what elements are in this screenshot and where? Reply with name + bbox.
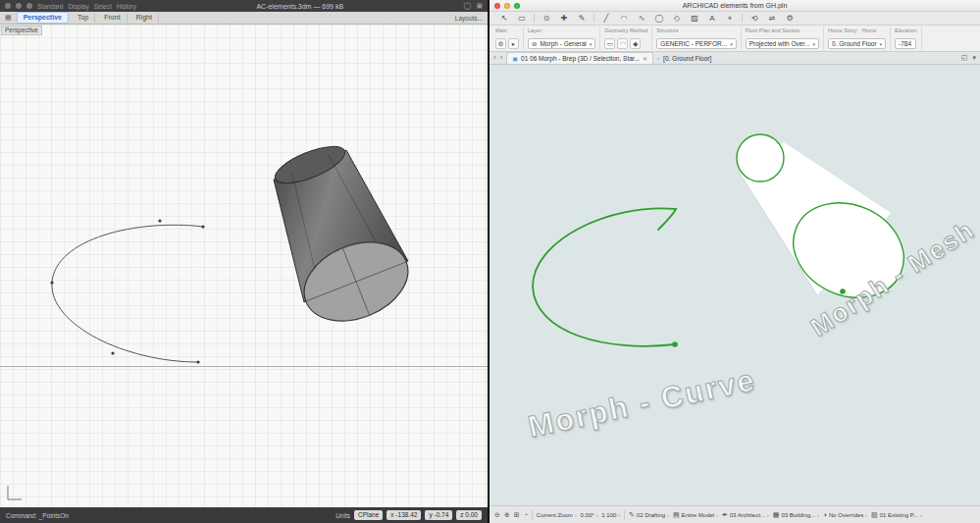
expand-icon[interactable]: ◱ <box>961 54 968 62</box>
geometry-curved-icon[interactable]: ◠ <box>617 38 628 49</box>
cplane-axis-icon <box>8 486 22 499</box>
gallery-icon[interactable]: ◯ <box>464 2 472 10</box>
structure-display-menu[interactable]: ▤ Entire Model › <box>673 511 718 519</box>
rotation-menu[interactable]: 0.00° › <box>581 512 598 518</box>
morph-cylinder[interactable] <box>271 139 420 336</box>
forward-icon[interactable]: › <box>500 54 503 62</box>
rhino-viewport[interactable]: Perspective <box>0 25 488 507</box>
viewport-label[interactable]: Perspective <box>1 26 42 35</box>
floorplan-label: Floor Plan and Section <box>746 27 800 33</box>
rotate-tool-icon[interactable]: ⟲ <box>748 13 760 25</box>
close-window-button[interactable] <box>5 3 11 9</box>
floorplan-dropdown[interactable]: Projected with Over... ▾ <box>746 38 819 49</box>
curve-control-points[interactable] <box>50 219 204 363</box>
info-box: Main ⚙ ▸ Layer: ⊘ Morph - General ▾ Geom… <box>490 26 980 52</box>
graphic-override-menu[interactable]: ◑ No Overrides › <box>823 511 867 518</box>
info-more-button[interactable]: ▸ <box>508 38 519 49</box>
status-fields: Units CPlane x -138.42 y -0.74 z 0.00 <box>335 510 482 520</box>
layer-combination-menu[interactable]: ✎ 02 Drafting › <box>629 511 669 519</box>
info-main-label: Main <box>495 27 507 33</box>
info-section-layer: Layer: ⊘ Morph - General ▾ <box>524 26 600 50</box>
element-settings-button[interactable]: ⚙ <box>495 38 506 49</box>
structure-dropdown[interactable]: GENERIC - PERFOR... ▾ <box>656 38 736 49</box>
pencil-tool-icon[interactable]: ✎ <box>576 13 588 25</box>
rhino-3d-scene <box>0 25 488 507</box>
circle-tool-icon[interactable]: ◯ <box>653 13 665 25</box>
fit-in-window-icon[interactable]: ⊞ <box>514 511 520 519</box>
model-view-menu[interactable]: ▦ 03 Building... › <box>773 511 819 519</box>
panels-icon[interactable]: ▣ <box>476 2 483 10</box>
close-tab-icon[interactable]: ✕ <box>643 55 647 62</box>
renovation-filter-menu[interactable]: ▧ 01 Existing P... › <box>871 511 922 519</box>
zoom-out-icon[interactable]: ⊖ <box>494 511 500 519</box>
viewport-layout-icon[interactable]: ▦ <box>5 14 12 22</box>
toolbar-item-history[interactable]: History <box>117 3 136 10</box>
layer-dropdown[interactable]: ⊘ Morph - General ▾ <box>528 38 595 49</box>
settings-icon[interactable]: ⚙ <box>784 13 796 25</box>
toolbar-item-display[interactable]: Display <box>68 3 88 10</box>
dimension-tool-icon[interactable]: ⌖ <box>724 13 736 25</box>
pen-set-menu[interactable]: ✒ 03 Architect... › <box>722 511 769 519</box>
zoom-menu[interactable]: Current Zoom › <box>537 512 577 518</box>
morph-curve-shape[interactable] <box>533 208 678 346</box>
override-icon: ◑ <box>823 511 827 518</box>
scale-menu[interactable]: 1:100 › <box>601 512 620 518</box>
tab-front[interactable]: Front <box>98 13 127 23</box>
mirror-tool-icon[interactable]: ⇌ <box>766 13 778 25</box>
toolbar-separator <box>593 14 594 23</box>
arc-tool-icon[interactable]: ◠ <box>618 13 630 25</box>
command-prompt[interactable]: Command: _PointsOn <box>6 512 69 519</box>
toolbar-item-standard[interactable]: Standard <box>37 3 63 10</box>
zoom-in-icon[interactable]: ⊕ <box>504 511 510 519</box>
zoom-window-button[interactable] <box>26 3 32 9</box>
archicad-canvas[interactable]: Morph - Curve Morph - Mesh <box>490 65 980 505</box>
more-icon[interactable]: ▾ <box>972 54 976 62</box>
orbit-icon[interactable]: ◔ <box>524 511 528 518</box>
rhino-titlebar: Standard Display Select History AC-eleme… <box>0 0 488 12</box>
statusbar-separator <box>532 510 533 520</box>
pan-tool-icon[interactable]: ✚ <box>558 13 570 25</box>
curve-end-point <box>672 341 678 347</box>
hatch-tool-icon[interactable]: ▨ <box>689 13 700 25</box>
minimize-window-button[interactable] <box>16 3 22 9</box>
tab-morph-brep[interactable]: ▣ 01 06 Morph - Brep (3D / Selection, St… <box>506 52 653 64</box>
arrow-tool-icon[interactable]: ↖ <box>498 13 510 25</box>
line-tool-icon[interactable]: ╱ <box>600 13 612 25</box>
model-icon: ▤ <box>673 511 680 519</box>
close-window-button[interactable] <box>494 3 500 9</box>
tab-top[interactable]: Top <box>72 13 95 23</box>
tab-right[interactable]: Right <box>130 13 159 23</box>
layer-value: Morph - General <box>540 40 586 47</box>
breadcrumb[interactable]: [0. Ground Floor] <box>663 55 711 62</box>
units-field[interactable]: Units <box>335 512 350 519</box>
structure-value: GENERIC - PERFOR... <box>660 40 727 47</box>
control-curve[interactable] <box>52 225 203 362</box>
y-coordinate-field: y -0.74 <box>425 510 452 520</box>
cplane-field[interactable]: CPlane <box>354 510 383 520</box>
floorplan-value: Projected with Over... <box>749 40 810 47</box>
spline-tool-icon[interactable]: ∿ <box>636 13 647 25</box>
geometry-solid-icon[interactable]: ◆ <box>630 38 641 49</box>
chevron-down-icon: ▾ <box>880 41 883 47</box>
marquee-tool-icon[interactable]: ▭ <box>516 13 528 25</box>
layer-label: Layer: <box>528 27 542 33</box>
home-story-dropdown[interactable]: 0. Ground Floor ▾ <box>828 38 886 49</box>
info-section-structure: Structure GENERIC - PERFOR... ▾ <box>652 26 741 50</box>
pen-set-icon: ✒ <box>722 511 728 519</box>
layouts-button[interactable]: Layouts... <box>455 15 483 22</box>
model-view-icon: ▦ <box>773 511 780 519</box>
model-view-label: 03 Building... <box>781 512 815 518</box>
text-tool-icon[interactable]: A <box>706 13 718 25</box>
geometry-box-icon[interactable]: ▭ <box>604 38 615 49</box>
back-icon[interactable]: ‹ <box>493 54 496 62</box>
zoom-window-button[interactable] <box>514 3 520 9</box>
tab-bar: ‹ › ▣ 01 06 Morph - Brep (3D / Selection… <box>490 52 980 65</box>
structure-label: Structure <box>656 27 678 33</box>
zoom-tool-icon[interactable]: ⊙ <box>541 13 552 25</box>
elevation-input[interactable]: -784 <box>895 38 916 49</box>
structure-display-label: Entire Model <box>682 512 715 518</box>
minimize-window-button[interactable] <box>504 3 510 9</box>
toolbar-item-select[interactable]: Select <box>94 3 112 10</box>
tab-perspective[interactable]: Perspective <box>17 12 69 24</box>
polygon-tool-icon[interactable]: ◇ <box>671 13 683 25</box>
